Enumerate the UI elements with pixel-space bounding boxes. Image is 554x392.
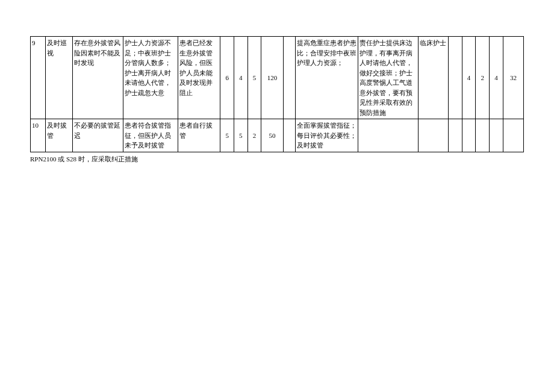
table-row: 10 及时拔管 不必要的拔管延迟 患者符合拔管指征，但医护人员未予及时拔管 患者… (31, 119, 524, 152)
cell-rpn2: 32 (503, 37, 523, 119)
cell-f (419, 119, 449, 152)
cell-rpn2 (503, 119, 523, 152)
cell-m2 (462, 119, 476, 152)
cell-label: 及时拔管 (45, 119, 72, 152)
cell-label: 及时巡视 (45, 37, 72, 119)
cell-m2: 4 (462, 37, 476, 119)
cell-c: 患者已经发生意外拔管风险，但医护人员未能及时发现并阻止 (178, 37, 220, 119)
cell-b: 护士人力资源不足；中夜班护士分管病人数多；护士离开病人时未请他人代管，护士疏忽大… (123, 37, 178, 119)
cell-n1: 5 (220, 119, 234, 152)
cell-d: 提高危重症患者护患比；合理安排中夜班护理人力资源； (296, 37, 358, 119)
cell-a: 存在意外拔管风险因素时不能及时发现 (73, 37, 123, 119)
cell-d: 全面掌握拔管指征；每日评价其必要性；及时拔管 (296, 119, 358, 152)
cell-n2: 5 (234, 119, 247, 152)
cell-n1: 6 (220, 37, 234, 119)
cell-a: 不必要的拔管延迟 (73, 119, 123, 152)
cell-e (358, 119, 419, 152)
cell-c: 患者自行拔管 (178, 119, 220, 152)
footnote: RPN2100 或 S28 时，应采取纠正措施 (30, 155, 524, 164)
cell-rpn: 120 (261, 37, 283, 119)
cell-n3: 5 (247, 37, 261, 119)
cell-m3: 2 (476, 37, 490, 119)
cell-blank (283, 119, 295, 152)
cell-index: 9 (31, 37, 46, 119)
cell-b: 患者符合拔管指征，但医护人员未予及时拔管 (123, 119, 178, 152)
table-row: 9 及时巡视 存在意外拔管风险因素时不能及时发现 护士人力资源不足；中夜班护士分… (31, 37, 524, 119)
cell-rpn: 50 (261, 119, 283, 152)
cell-e: 责任护士提供床边护理，有事离开病人时请他人代管，做好交接班；护士高度警惕人工气道… (358, 37, 419, 119)
cell-f: 临床护士 (419, 37, 449, 119)
cell-m4: 4 (490, 37, 503, 119)
cell-blank (283, 37, 295, 119)
fmea-table: 9 及时巡视 存在意外拔管风险因素时不能及时发现 护士人力资源不足；中夜班护士分… (30, 36, 524, 152)
cell-index: 10 (31, 119, 46, 152)
cell-n2: 4 (234, 37, 247, 119)
cell-m3 (476, 119, 490, 152)
cell-n3: 2 (247, 119, 261, 152)
cell-m1 (449, 37, 462, 119)
cell-m4 (490, 119, 503, 152)
cell-m1 (449, 119, 462, 152)
